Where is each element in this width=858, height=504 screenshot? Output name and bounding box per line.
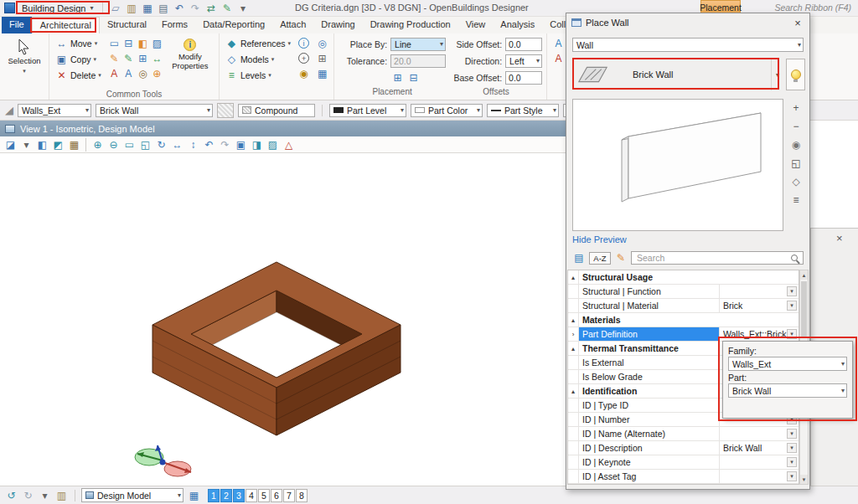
references-button[interactable]: ◆References▾	[224, 36, 292, 51]
delete-button[interactable]: ✕Delete▾	[54, 68, 103, 83]
scroll-up-icon[interactable]: ▲	[800, 270, 808, 280]
search-input[interactable]	[635, 252, 791, 264]
part-select[interactable]: Brick Wall ▾	[728, 383, 847, 398]
direction-combo[interactable]: Left ▾	[505, 54, 542, 68]
collapse-icon[interactable]: ▴	[568, 384, 579, 398]
fit-view-icon[interactable]: ◱	[138, 137, 152, 152]
text-styles-icon[interactable]: A	[107, 66, 121, 80]
redo-icon[interactable]: ↷	[188, 2, 202, 15]
modify-properties-button[interactable]: i Modify Properties	[168, 36, 212, 71]
measure-distance-icon[interactable]: ↔	[150, 51, 164, 65]
clip-mask-icon[interactable]: ▨	[266, 137, 280, 152]
models-button[interactable]: ◇Models▾	[224, 52, 292, 67]
zoom-next-icon[interactable]: ↷	[218, 137, 232, 152]
close-icon[interactable]: ×	[791, 17, 804, 29]
window-area-icon[interactable]: ▭	[122, 137, 137, 152]
view-window-titlebar[interactable]: View 1 - Isometric, Design Model	[0, 121, 571, 136]
acs-icon[interactable]: ◎	[315, 36, 329, 50]
saved-views-icon[interactable]: ▦	[67, 137, 81, 152]
view-toggle-7[interactable]: 7	[283, 489, 295, 502]
tab-view[interactable]: View	[458, 17, 494, 33]
property-row[interactable]: ID | Keynote▾	[568, 455, 799, 470]
drop-element-icon[interactable]: ⊟	[121, 36, 136, 50]
workflow-selector[interactable]: Building Design ▾	[18, 3, 97, 14]
new-file-icon[interactable]: ▱	[108, 2, 122, 15]
offsets-toggle-a-icon[interactable]: ⊞	[390, 70, 405, 85]
property-value-combo[interactable]: ▾	[720, 470, 799, 483]
wall-type-combo[interactable]: Wall ▾	[572, 38, 804, 52]
view-attributes-icon[interactable]: ◧	[35, 137, 49, 152]
search-box[interactable]	[631, 251, 804, 265]
tab-drawing-production[interactable]: Drawing Production	[363, 17, 458, 33]
zoom-in-icon[interactable]: ⊕	[90, 137, 105, 152]
view-toggle-8[interactable]: 8	[296, 489, 308, 502]
annotate-pen-icon[interactable]: ✎	[220, 2, 234, 15]
property-row[interactable]: Structural | Function▾	[568, 285, 799, 299]
tags-icon[interactable]: ◎	[136, 66, 150, 80]
brick-wall-3d-model[interactable]	[117, 251, 419, 452]
rotate-view-icon[interactable]: ↻	[154, 137, 168, 152]
property-row[interactable]: Structural | MaterialBrick▾	[568, 299, 799, 313]
compound-swatch-icon[interactable]	[217, 103, 234, 118]
collapse-icon[interactable]: ▴	[568, 270, 579, 284]
fit-preview-icon[interactable]: ◱	[788, 156, 804, 171]
zoom-in-icon[interactable]: +	[788, 100, 804, 116]
clip-volume-icon[interactable]: ◨	[250, 137, 264, 152]
part-style-combo[interactable]: Part Style ▾	[487, 104, 559, 117]
tab-structural[interactable]: Structural	[100, 17, 154, 33]
batch-process-icon[interactable]: ⇄	[204, 2, 218, 15]
match-attributes-icon[interactable]: ✎	[121, 51, 136, 65]
wall-family-combo[interactable]: Walls_Ext ▾	[18, 104, 91, 117]
offsets-toggle-b-icon[interactable]: ⊟	[406, 70, 421, 85]
wall-part-combo[interactable]: Brick Wall ▾	[96, 104, 213, 117]
search-ribbon[interactable]: Search Ribbon (F4)	[774, 3, 851, 13]
base-offset-input[interactable]	[505, 71, 542, 85]
element-info-icon[interactable]: i	[298, 38, 309, 49]
tab-architectural[interactable]: Architectural	[32, 17, 100, 33]
print-icon[interactable]: ▤	[156, 2, 170, 15]
spotlight-icon[interactable]: ◉	[788, 137, 804, 152]
adjust-colors-icon[interactable]: ◩	[51, 137, 65, 152]
explode-icon[interactable]: ⊕	[150, 66, 164, 80]
copy-button[interactable]: ▣Copy▾	[54, 52, 103, 67]
sort-az-button[interactable]: A-Z	[589, 252, 611, 265]
family-select[interactable]: Walls_Ext ▾	[728, 357, 847, 371]
view-toggle-5[interactable]: 5	[258, 489, 270, 502]
property-category-row[interactable]: ▴Materials	[568, 313, 799, 327]
view-groups-icon[interactable]: ▦	[187, 488, 201, 502]
property-row[interactable]: ID | Asset Tag▾	[568, 470, 799, 484]
tab-file[interactable]: File	[2, 17, 32, 33]
dialog-titlebar[interactable]: Place Wall ×	[566, 13, 809, 32]
undo-icon[interactable]: ↶	[172, 2, 186, 15]
scrollbar-thumb[interactable]	[801, 281, 807, 337]
side-offset-input[interactable]	[505, 38, 542, 51]
collapse-icon[interactable]: ▴	[568, 313, 579, 327]
property-value-combo[interactable]: ▾	[720, 455, 799, 469]
view-toggle-1[interactable]: 1	[208, 489, 220, 502]
tab-analysis[interactable]: Analysis	[493, 17, 542, 33]
presentation-arrow-icon[interactable]: ▾	[19, 137, 34, 152]
property-category-row[interactable]: ▴Structural Usage	[568, 270, 799, 285]
hide-preview-link[interactable]: Hide Preview	[572, 234, 627, 244]
view-history-icon[interactable]: ▾	[38, 488, 52, 502]
fence-tools-icon[interactable]: ▭	[107, 36, 121, 50]
hatch-area-icon[interactable]: ▨	[150, 36, 164, 50]
docked-panel-close-icon[interactable]: ×	[836, 232, 843, 244]
text-style-a-icon[interactable]: A	[551, 36, 566, 50]
property-value-combo[interactable]: ▾	[720, 285, 799, 298]
view-toggle-4[interactable]: 4	[246, 489, 257, 502]
view-toggle-3[interactable]: 3	[233, 489, 245, 502]
wall-item-selector[interactable]: Brick Wall ▾	[572, 59, 783, 90]
tab-drawing[interactable]: Drawing	[313, 17, 362, 33]
next-view-icon[interactable]: ↻	[21, 488, 35, 502]
create-region-icon[interactable]: ◧	[136, 36, 150, 50]
models-folder-icon[interactable]: ▥	[54, 488, 69, 502]
zoom-out-icon[interactable]: ⊖	[106, 137, 121, 152]
paintbrush-icon[interactable]: ✎	[614, 251, 628, 265]
preview-options-icon[interactable]: ≡	[788, 193, 804, 208]
measure-icon[interactable]: △	[282, 137, 296, 152]
grid-lock-icon[interactable]: ⊞	[315, 51, 329, 65]
property-row[interactable]: ID | Name (Alternate)▾	[568, 427, 799, 441]
scroll-down-icon[interactable]: ▼	[800, 475, 808, 484]
part-level-combo[interactable]: Part Level ▾	[329, 104, 406, 117]
